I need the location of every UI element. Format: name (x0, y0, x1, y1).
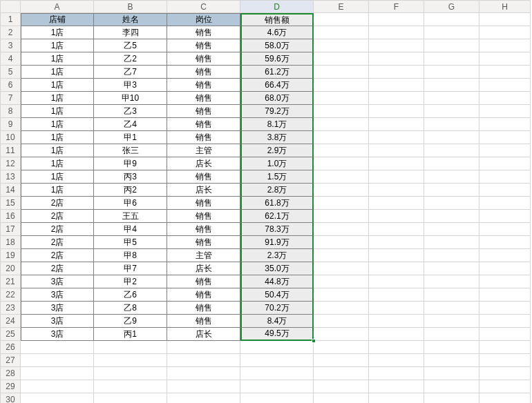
cell-A27[interactable] (21, 354, 94, 367)
cell-F21[interactable] (369, 275, 424, 288)
cell-C25[interactable]: 店长 (167, 328, 240, 341)
cell-E16[interactable] (314, 210, 369, 223)
cell-F1[interactable] (369, 13, 424, 26)
cell-G19[interactable] (424, 249, 479, 262)
cell-A25[interactable]: 3店 (21, 328, 94, 341)
row-header-5[interactable]: 5 (0, 66, 21, 79)
row-header-7[interactable]: 7 (0, 92, 21, 105)
row-header-13[interactable]: 13 (0, 170, 21, 184)
cell-B30[interactable] (94, 393, 167, 403)
row-header-15[interactable]: 15 (0, 197, 21, 210)
cell-C24[interactable]: 销售 (167, 315, 240, 328)
cell-F29[interactable] (369, 380, 424, 393)
cell-G8[interactable] (424, 105, 479, 118)
cell-B27[interactable] (94, 354, 167, 367)
cell-H8[interactable] (479, 105, 531, 118)
cell-B18[interactable]: 甲5 (94, 236, 167, 249)
row-header-21[interactable]: 21 (0, 275, 21, 288)
cell-H12[interactable] (479, 157, 531, 170)
cell-E3[interactable] (314, 39, 369, 52)
cell-G22[interactable] (424, 288, 479, 302)
row-header-30[interactable]: 30 (0, 393, 21, 403)
cell-G20[interactable] (424, 262, 479, 275)
cell-A8[interactable]: 1店 (21, 105, 94, 118)
row-header-28[interactable]: 28 (0, 367, 21, 380)
cell-G16[interactable] (424, 210, 479, 223)
cell-H3[interactable] (479, 39, 531, 52)
cell-G12[interactable] (424, 157, 479, 170)
cell-C13[interactable]: 销售 (167, 170, 240, 184)
cell-A29[interactable] (21, 380, 94, 393)
cell-C9[interactable]: 销售 (167, 118, 240, 131)
cell-G15[interactable] (424, 197, 479, 210)
cell-A1[interactable]: 店铺 (21, 13, 94, 26)
cell-F28[interactable] (369, 367, 424, 380)
cell-A15[interactable]: 2店 (21, 197, 94, 210)
cell-B4[interactable]: 乙2 (94, 52, 167, 66)
cell-D27[interactable] (240, 354, 314, 367)
row-header-26[interactable]: 26 (0, 341, 21, 354)
cell-G14[interactable] (424, 184, 479, 197)
cell-B21[interactable]: 甲2 (94, 275, 167, 288)
cell-F7[interactable] (369, 92, 424, 105)
column-header-B[interactable]: B (94, 0, 167, 13)
cell-F13[interactable] (369, 170, 424, 184)
row-header-29[interactable]: 29 (0, 380, 21, 393)
cell-B19[interactable]: 甲8 (94, 249, 167, 262)
cell-C18[interactable]: 销售 (167, 236, 240, 249)
cell-H1[interactable] (479, 13, 531, 26)
cell-H29[interactable] (479, 380, 531, 393)
cell-G25[interactable] (424, 328, 479, 341)
row-header-16[interactable]: 16 (0, 210, 21, 223)
cell-F20[interactable] (369, 262, 424, 275)
row-header-25[interactable]: 25 (0, 328, 21, 341)
row-header-20[interactable]: 20 (0, 262, 21, 275)
cell-H7[interactable] (479, 92, 531, 105)
cell-E21[interactable] (314, 275, 369, 288)
cell-B8[interactable]: 乙3 (94, 105, 167, 118)
cell-G29[interactable] (424, 380, 479, 393)
cell-B16[interactable]: 王五 (94, 210, 167, 223)
cell-A9[interactable]: 1店 (21, 118, 94, 131)
cell-D1[interactable]: 销售额 (240, 13, 314, 26)
cell-G1[interactable] (424, 13, 479, 26)
cell-C16[interactable]: 销售 (167, 210, 240, 223)
cell-A11[interactable]: 1店 (21, 144, 94, 157)
cell-E7[interactable] (314, 92, 369, 105)
cell-A17[interactable]: 2店 (21, 223, 94, 236)
cell-D12[interactable]: 1.0万 (240, 157, 314, 170)
row-header-18[interactable]: 18 (0, 236, 21, 249)
cell-D5[interactable]: 61.2万 (240, 66, 314, 79)
cell-G17[interactable] (424, 223, 479, 236)
cell-C1[interactable]: 岗位 (167, 13, 240, 26)
cell-G18[interactable] (424, 236, 479, 249)
cell-F12[interactable] (369, 157, 424, 170)
row-header-19[interactable]: 19 (0, 249, 21, 262)
cell-G23[interactable] (424, 302, 479, 315)
cell-C17[interactable]: 销售 (167, 223, 240, 236)
cell-G4[interactable] (424, 52, 479, 66)
cell-D26[interactable] (240, 341, 314, 354)
cell-D28[interactable] (240, 367, 314, 380)
column-header-G[interactable]: G (424, 0, 479, 13)
cell-A4[interactable]: 1店 (21, 52, 94, 66)
cell-C15[interactable]: 销售 (167, 197, 240, 210)
cell-C23[interactable]: 销售 (167, 302, 240, 315)
row-header-11[interactable]: 11 (0, 144, 21, 157)
cell-A30[interactable] (21, 393, 94, 403)
cell-H13[interactable] (479, 170, 531, 184)
cell-F3[interactable] (369, 39, 424, 52)
cell-B26[interactable] (94, 341, 167, 354)
cell-E4[interactable] (314, 52, 369, 66)
cell-F15[interactable] (369, 197, 424, 210)
cell-D24[interactable]: 8.4万 (240, 315, 314, 328)
cell-D10[interactable]: 3.8万 (240, 131, 314, 144)
cell-A16[interactable]: 2店 (21, 210, 94, 223)
row-header-8[interactable]: 8 (0, 105, 21, 118)
cell-B12[interactable]: 甲9 (94, 157, 167, 170)
cell-E9[interactable] (314, 118, 369, 131)
cell-A12[interactable]: 1店 (21, 157, 94, 170)
cell-H22[interactable] (479, 288, 531, 302)
cell-G30[interactable] (424, 393, 479, 403)
cell-F23[interactable] (369, 302, 424, 315)
